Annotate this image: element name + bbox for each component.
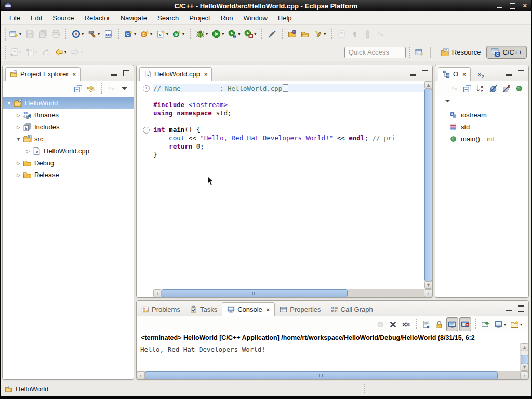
- window-maximize-button[interactable]: [510, 3, 515, 9]
- tab-properties[interactable]: Properties: [275, 302, 325, 316]
- console-horizontal-scrollbar[interactable]: ‹ ›: [137, 371, 528, 379]
- code-line[interactable]: [137, 117, 424, 126]
- twistie-icon[interactable]: ▼: [5, 101, 14, 106]
- scroll-right-button[interactable]: ›: [520, 371, 528, 379]
- tab-helloworld-cpp[interactable]: .c HelloWorld.cpp ×: [139, 67, 212, 81]
- fold-expand-icon[interactable]: +: [143, 85, 150, 92]
- twistie-icon[interactable]: ▼: [14, 137, 23, 142]
- new-file-orange-button[interactable]: c▾: [139, 27, 154, 41]
- tree-item-src[interactable]: ▼csrc: [3, 133, 134, 145]
- menu-help[interactable]: Help: [273, 12, 297, 23]
- view-menu-arrow-button[interactable]: [118, 82, 130, 96]
- fold-collapse-icon[interactable]: −: [143, 127, 150, 134]
- menu-source[interactable]: Source: [47, 12, 79, 23]
- scroll-down-button[interactable]: ▼: [424, 281, 432, 289]
- hammer-button[interactable]: ▾: [86, 27, 101, 41]
- code-line[interactable]: }: [137, 151, 424, 159]
- new-console-button[interactable]: ▾: [509, 317, 524, 331]
- slash-pencil-button[interactable]: [266, 27, 278, 41]
- folder-open-button[interactable]: [299, 27, 311, 41]
- tree-item-release[interactable]: ▷Release: [3, 169, 134, 181]
- menu-window[interactable]: Window: [238, 12, 273, 23]
- tree-item-helloworld[interactable]: ▼CHelloWorld: [3, 97, 134, 109]
- tab-call-graph[interactable]: 10100101Call Graph: [326, 302, 378, 316]
- close-icon[interactable]: ×: [267, 307, 270, 313]
- scroll-left-button[interactable]: ‹: [153, 289, 162, 297]
- clear-doc-button[interactable]: [420, 317, 432, 331]
- minimize-view-button[interactable]: [506, 74, 512, 76]
- tab-console[interactable]: Console×: [222, 302, 275, 316]
- editor-vertical-scrollbar[interactable]: ▲ ▼: [424, 81, 432, 289]
- scroll-left-button[interactable]: ‹: [137, 371, 145, 379]
- perspective-resource[interactable]: Resource: [436, 46, 486, 59]
- scrollbar-thumb[interactable]: [521, 355, 528, 364]
- tree-item-includes[interactable]: ▷hIncludes: [3, 121, 134, 133]
- tab-problems[interactable]: Problems: [137, 302, 185, 316]
- twistie-icon[interactable]: ▷: [23, 149, 32, 154]
- twistie-icon[interactable]: ▷: [14, 125, 23, 130]
- run-play-button[interactable]: ▾: [210, 27, 225, 41]
- quick-access-input[interactable]: [344, 47, 406, 58]
- remove-xx-button[interactable]: [400, 317, 412, 331]
- back-gold-button[interactable]: ▾: [53, 45, 68, 59]
- coverage-button[interactable]: ▾: [243, 27, 258, 41]
- code-editor[interactable]: +// Name : HelloWorld.cpp#include <iostr…: [137, 81, 424, 289]
- sort-az-button[interactable]: az: [474, 82, 486, 96]
- pin-console-button[interactable]: [459, 317, 471, 331]
- twistie-icon[interactable]: ▷: [14, 113, 23, 118]
- code-line[interactable]: −int main() {: [137, 126, 424, 134]
- maximize-view-button[interactable]: [518, 70, 524, 76]
- tab-outline[interactable]: O ×: [438, 67, 471, 81]
- maximize-view-button[interactable]: [123, 70, 129, 76]
- hide-s-button[interactable]: S: [500, 82, 512, 96]
- new-file-c-button[interactable]: c▾: [155, 27, 170, 41]
- minimize-view-button[interactable]: [111, 74, 117, 76]
- maximize-view-button[interactable]: [422, 70, 428, 76]
- maximize-view-button[interactable]: [518, 305, 524, 312]
- tab-tasks[interactable]: Tasks: [185, 302, 222, 316]
- twistie-icon[interactable]: ▷: [14, 161, 23, 166]
- outline-item-main[interactable]: main() : int: [435, 133, 528, 145]
- view-overflow-indicator[interactable]: »2: [478, 70, 484, 79]
- code-line[interactable]: [137, 92, 424, 101]
- minimize-view-button[interactable]: [506, 310, 512, 311]
- menu-run[interactable]: Run: [216, 12, 238, 23]
- torch-button[interactable]: ▾: [312, 27, 327, 41]
- hide-blue-button[interactable]: [487, 82, 499, 96]
- scroll-down-button[interactable]: ▼: [521, 363, 528, 371]
- binary-file-button[interactable]: 010: [102, 27, 114, 41]
- code-line[interactable]: +// Name : HelloWorld.cpp: [137, 84, 424, 92]
- compass-button[interactable]: ▾: [70, 27, 85, 41]
- window-minimize-button[interactable]: [497, 7, 502, 8]
- minimize-view-button[interactable]: [410, 74, 416, 76]
- green-dot-button[interactable]: [513, 82, 525, 96]
- tree-item-debug[interactable]: ▷Debug: [3, 157, 134, 169]
- new-class-blue-button[interactable]: C▾: [123, 27, 138, 41]
- window-close-button[interactable]: ×: [523, 0, 527, 11]
- menu-search[interactable]: Search: [152, 12, 184, 23]
- collapse-all-button[interactable]: [461, 82, 473, 96]
- new-wizard-button[interactable]: ▾: [8, 27, 23, 41]
- close-icon[interactable]: ×: [72, 71, 75, 77]
- lock-button[interactable]: [433, 317, 445, 331]
- scrollbar-thumb[interactable]: [162, 289, 348, 297]
- menu-file[interactable]: File: [4, 12, 25, 23]
- code-line[interactable]: cout << "Hello, Red Hat Developers World…: [137, 134, 424, 142]
- collapse-all-button[interactable]: [72, 82, 84, 96]
- scrollbar-thumb[interactable]: [145, 371, 498, 379]
- menu-navigate[interactable]: Navigate: [115, 12, 152, 23]
- scrollbar-thumb[interactable]: [424, 89, 432, 281]
- menu-project[interactable]: Project: [184, 12, 215, 23]
- code-line[interactable]: return 0;: [137, 142, 424, 151]
- monitor-pin-button[interactable]: [480, 317, 491, 331]
- outline-item-iostream[interactable]: iostream: [435, 109, 528, 121]
- tree-item-helloworld-cpp[interactable]: ▷.cHelloWorld.cpp: [3, 145, 134, 157]
- tab-project-explorer[interactable]: Project Explorer ×: [5, 67, 81, 81]
- menu-edit[interactable]: Edit: [25, 12, 47, 23]
- scroll-up-button[interactable]: ▲: [424, 81, 432, 89]
- debug-bug-button[interactable]: ▾: [194, 27, 209, 41]
- code-line[interactable]: using namespace std;: [137, 109, 424, 117]
- twistie-icon[interactable]: ▷: [14, 172, 23, 178]
- code-line[interactable]: #include <iostream>: [137, 101, 424, 109]
- close-icon[interactable]: ×: [462, 71, 466, 77]
